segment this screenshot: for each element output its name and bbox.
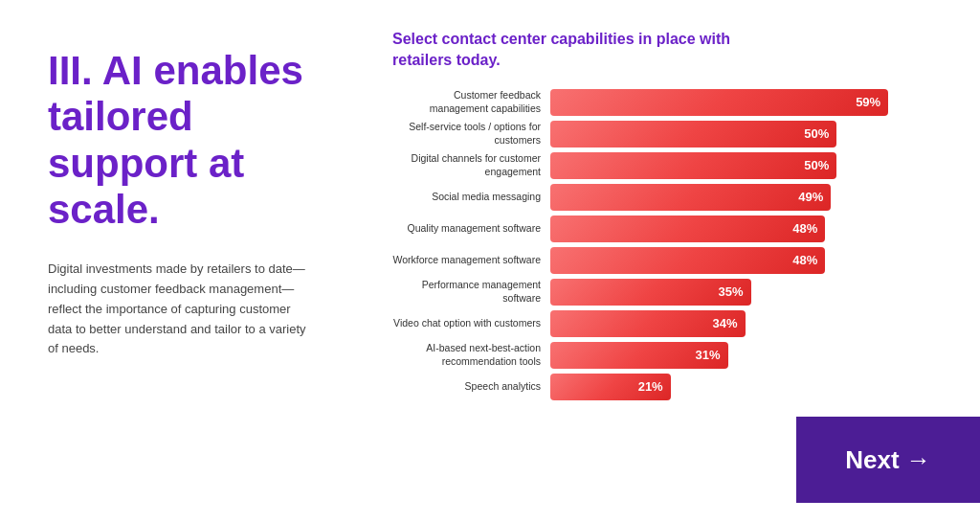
chart-title: Select contact center capabilities in pl… [392, 29, 775, 72]
bar-wrapper: 34% [550, 310, 951, 337]
bar-label: Social media messaging [392, 191, 541, 204]
bar-wrapper: 50% [550, 121, 951, 148]
next-button-label: Next → [845, 445, 931, 475]
bar-value: 50% [804, 126, 829, 141]
chart-row: Social media messaging49% [392, 184, 951, 211]
bar-wrapper: 48% [550, 216, 951, 242]
next-button[interactable]: Next → [796, 417, 980, 503]
bar-label: Performance management software [392, 279, 541, 305]
chart-row: Quality management software48% [392, 216, 951, 242]
chart-row: Performance management software35% [392, 279, 951, 306]
bar-value: 34% [712, 316, 737, 330]
bar-label: Workforce management software [392, 254, 541, 267]
bar-value: 21% [638, 379, 663, 394]
bar-wrapper: 49% [550, 184, 951, 211]
bar-value: 48% [792, 221, 817, 236]
bar: 50% [550, 152, 836, 179]
bar-wrapper: 31% [550, 342, 951, 369]
bar-wrapper: 21% [550, 374, 951, 400]
bar-label: Quality management software [392, 222, 541, 236]
bar-value: 49% [798, 190, 823, 204]
left-panel: III. AI enables tailored support at scal… [0, 0, 373, 522]
bar-wrapper: 59% [550, 89, 951, 116]
bar-value: 35% [718, 284, 743, 299]
bar: 48% [550, 216, 825, 242]
bar-wrapper: 50% [550, 152, 951, 179]
chart-row: Video chat option with customers34% [392, 310, 951, 337]
bar: 49% [550, 184, 831, 211]
bar: 59% [550, 89, 888, 116]
bar-value: 59% [856, 95, 880, 109]
chart-row: Workforce management software48% [392, 247, 951, 274]
bar-label: Self-service tools / options for custome… [392, 121, 541, 147]
bar: 21% [550, 374, 671, 400]
chart-row: Digital channels for customer engagement… [392, 152, 951, 179]
chart-row: Customer feedback management capabilitie… [392, 89, 951, 116]
chart-row: Speech analytics21% [392, 374, 951, 400]
bar: 48% [550, 247, 825, 274]
bar-wrapper: 35% [550, 279, 951, 306]
bar: 35% [550, 279, 751, 306]
chart-row: Self-service tools / options for custome… [392, 121, 951, 148]
bar-label: Video chat option with customers [392, 317, 541, 330]
bar-label: Speech analytics [392, 380, 541, 394]
main-title: III. AI enables tailored support at scal… [48, 48, 335, 233]
bar-value: 48% [792, 253, 817, 267]
bar: 34% [550, 310, 746, 337]
bar: 31% [550, 342, 728, 369]
bar-label: Customer feedback management capabilitie… [392, 89, 541, 115]
bar-value: 50% [804, 158, 829, 172]
description: Digital investments made by retailers to… [48, 260, 316, 359]
right-panel: Select contact center capabilities in pl… [373, 0, 980, 522]
bar: 50% [550, 121, 836, 148]
bar-label: Digital channels for customer engagement [392, 152, 541, 178]
chart-row: AI-based next-best-action recommendation… [392, 342, 951, 369]
bar-value: 31% [696, 348, 721, 362]
bar-label: AI-based next-best-action recommendation… [392, 342, 541, 368]
bar-wrapper: 48% [550, 247, 951, 274]
